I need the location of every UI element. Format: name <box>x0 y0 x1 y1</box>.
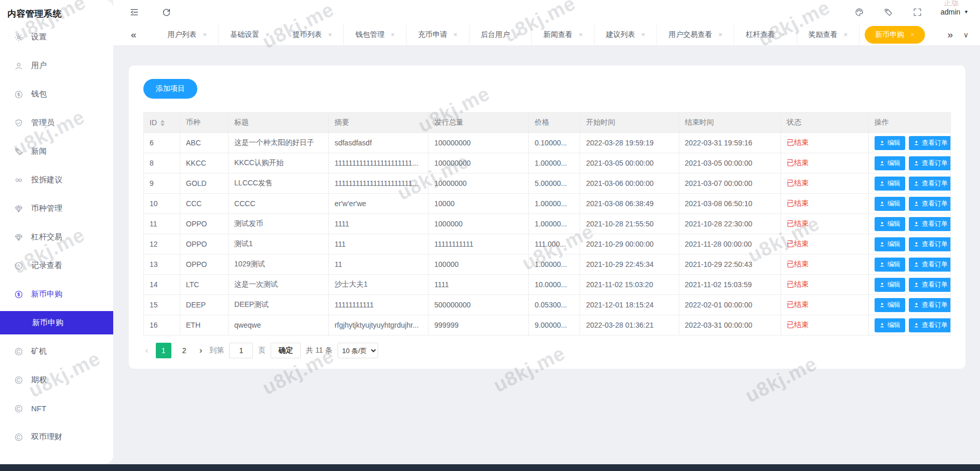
table-row: 9GOLDLLCCC发售1111111111111111111111...100… <box>144 173 951 194</box>
sidebar-subitem-active[interactable]: 新币申购 <box>0 311 113 334</box>
view-order-button[interactable]: 查看订单 <box>909 197 951 211</box>
cell-start: 2021-11-02 15:03:20 <box>580 275 679 295</box>
sidebar: 内容管理系统 设置用户钱包管理员新闻投拆建议币种管理杠杆交易记录查看新币申购新币… <box>0 0 113 464</box>
view-order-button[interactable]: 查看订单 <box>909 318 951 332</box>
action-buttons: 编辑查看订单 <box>875 318 945 332</box>
sidebar-item[interactable]: 记录查看 <box>0 251 113 280</box>
fullscreen-icon[interactable] <box>911 6 924 18</box>
sidebar-item[interactable]: 矿机 <box>0 337 113 366</box>
tab[interactable]: 用户列表× <box>156 24 219 45</box>
cell-start: 2021-03-05 00:00:00 <box>580 153 679 173</box>
edit-button[interactable]: 编辑 <box>875 177 905 191</box>
tab-close-icon[interactable]: × <box>203 31 207 38</box>
sidebar-item[interactable]: 用户 <box>0 51 113 80</box>
tab-close-icon[interactable]: × <box>579 31 583 38</box>
scroll-tabs-right-icon[interactable]: » <box>942 29 958 41</box>
tabs-dropdown-icon[interactable]: ∨ <box>958 31 974 39</box>
sidebar-item[interactable]: 新闻 <box>0 137 113 166</box>
edit-button[interactable]: 编辑 <box>875 318 905 332</box>
view-order-button[interactable]: 查看订单 <box>909 217 951 231</box>
pagination-page[interactable]: 1 <box>156 343 171 358</box>
action-buttons: 编辑查看订单 <box>875 136 945 150</box>
cell-end: 2021-11-28 00:00:00 <box>679 234 781 254</box>
column-header-label: 结束时间 <box>685 118 714 126</box>
refresh-icon[interactable] <box>160 6 172 18</box>
cell-coin: DEEP <box>180 295 229 315</box>
column-header: 发行总量 <box>428 113 529 133</box>
circle-c-icon <box>14 433 23 442</box>
goto-page-input[interactable] <box>229 343 253 358</box>
tab-close-icon[interactable]: × <box>265 31 270 38</box>
page-size-select[interactable]: 10 条/页 <box>338 343 378 358</box>
pagination-prev[interactable]: ‹ <box>143 345 151 356</box>
theme-palette-icon[interactable] <box>853 6 866 18</box>
tab-close-icon[interactable]: × <box>718 31 722 38</box>
confirm-button[interactable]: 确定 <box>271 343 301 358</box>
scroll-tabs-left-icon[interactable]: « <box>126 29 142 41</box>
tab-active[interactable]: 新币申购× <box>865 26 925 44</box>
edit-button[interactable]: 编辑 <box>875 237 905 251</box>
tab[interactable]: 用户交易查看× <box>657 24 734 45</box>
sidebar-item[interactable]: 币种管理 <box>0 194 113 223</box>
edit-button[interactable]: 编辑 <box>875 278 905 292</box>
view-order-button[interactable]: 查看订单 <box>909 156 951 170</box>
cell-title: qweqwe <box>229 315 329 335</box>
cell-start: 2022-03-28 01:36:21 <box>580 315 679 335</box>
home-tab-icon[interactable] <box>142 29 156 41</box>
table-row: 14LTC这是一次测试沙士大夫1111110.0000...2021-11-02… <box>144 275 951 295</box>
circle-c-icon <box>14 347 23 356</box>
edit-button[interactable]: 编辑 <box>875 197 905 211</box>
sidebar-item[interactable]: 新币申购 <box>0 280 113 308</box>
tab[interactable]: 钱包管理× <box>344 24 407 45</box>
topbar: admin ▼ <box>113 0 980 24</box>
view-order-button[interactable]: 查看订单 <box>909 278 951 292</box>
sidebar-item[interactable]: 投拆建议 <box>0 166 113 194</box>
cell-actions: 编辑查看订单 <box>868 295 950 315</box>
sidebar-item[interactable]: 钱包 <box>0 80 113 109</box>
tab[interactable]: 新闻查看× <box>532 24 595 45</box>
tab-close-icon[interactable]: × <box>910 31 915 38</box>
user-menu[interactable]: admin ▼ <box>941 8 972 16</box>
sidebar-item[interactable]: 期权 <box>0 366 113 394</box>
edit-button[interactable]: 编辑 <box>875 136 905 150</box>
tab[interactable]: 建议列表× <box>595 24 657 45</box>
collapse-sidebar-icon[interactable] <box>128 6 140 18</box>
view-order-button[interactable]: 查看订单 <box>909 136 951 150</box>
sidebar-item[interactable]: 设置 <box>0 23 113 51</box>
edit-button[interactable]: 编辑 <box>875 298 905 312</box>
pagination-next[interactable]: › <box>197 345 205 356</box>
sidebar-item[interactable]: 杠杆交易 <box>0 223 113 251</box>
tab[interactable]: 奖励查看× <box>797 24 860 45</box>
sidebar-item-label: 矿机 <box>31 346 47 356</box>
cell-actions: 编辑查看订单 <box>868 234 950 254</box>
tag-icon[interactable] <box>882 6 895 18</box>
view-order-button[interactable]: 查看订单 <box>909 177 951 191</box>
tab[interactable]: 后台用户× <box>469 24 532 45</box>
tab[interactable]: 充币申请× <box>407 24 469 45</box>
tab-close-icon[interactable]: × <box>391 31 395 38</box>
tab-close-icon[interactable]: × <box>641 31 646 38</box>
pagination-page[interactable]: 2 <box>177 343 192 358</box>
tab[interactable]: 杠杆查看× <box>734 24 797 45</box>
tab[interactable]: 提币列表× <box>281 24 344 45</box>
tab-close-icon[interactable]: × <box>453 31 458 38</box>
edit-button[interactable]: 编辑 <box>875 156 905 170</box>
tab[interactable]: 基础设置× <box>219 24 281 45</box>
sidebar-item[interactable]: 双币理财 <box>0 423 113 451</box>
edit-button[interactable]: 编辑 <box>875 217 905 231</box>
tab-close-icon[interactable]: × <box>781 31 785 38</box>
tab-close-icon[interactable]: × <box>516 31 520 38</box>
view-order-button[interactable]: 查看订单 <box>909 237 951 251</box>
sidebar-item[interactable]: 管理员 <box>0 109 113 137</box>
status-badge: 已结束 <box>787 320 809 329</box>
cell-actions: 编辑查看订单 <box>868 275 950 295</box>
view-order-button[interactable]: 查看订单 <box>909 258 951 272</box>
tab-close-icon[interactable]: × <box>328 31 332 38</box>
cell-title: DEEP测试 <box>229 295 329 315</box>
view-order-button[interactable]: 查看订单 <box>909 298 951 312</box>
add-project-button[interactable]: 添加项目 <box>143 79 197 99</box>
tab-close-icon[interactable]: × <box>844 31 848 38</box>
sort-icon[interactable] <box>160 120 165 126</box>
sidebar-item[interactable]: NFT <box>0 394 113 423</box>
edit-button[interactable]: 编辑 <box>875 258 905 272</box>
